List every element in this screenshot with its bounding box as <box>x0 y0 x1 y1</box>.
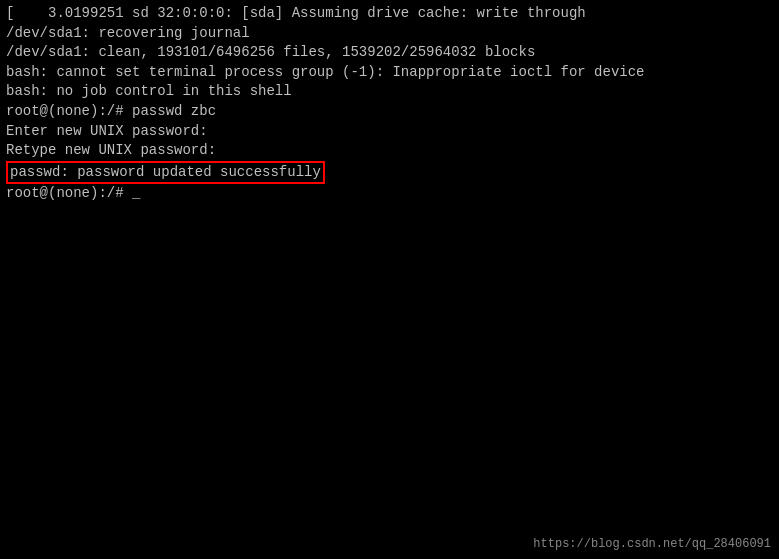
terminal-line: Enter new UNIX password: <box>6 122 773 142</box>
terminal-output: [ 3.0199251 sd 32:0:0:0: [sda] Assuming … <box>6 4 773 204</box>
terminal-line: /dev/sda1: clean, 193101/6496256 files, … <box>6 43 773 63</box>
watermark: https://blog.csdn.net/qq_28406091 <box>533 537 771 551</box>
terminal-line: bash: cannot set terminal process group … <box>6 63 773 83</box>
terminal-window: [ 3.0199251 sd 32:0:0:0: [sda] Assuming … <box>0 0 779 559</box>
terminal-line: Retype new UNIX password: <box>6 141 773 161</box>
terminal-line: root@(none):/# passwd zbc <box>6 102 773 122</box>
terminal-line: /dev/sda1: recovering journal <box>6 24 773 44</box>
terminal-line: passwd: password updated successfully <box>6 161 773 185</box>
terminal-line: bash: no job control in this shell <box>6 82 773 102</box>
highlighted-line: passwd: password updated successfully <box>6 161 325 185</box>
terminal-line: [ 3.0199251 sd 32:0:0:0: [sda] Assuming … <box>6 4 773 24</box>
terminal-line: root@(none):/# _ <box>6 184 773 204</box>
